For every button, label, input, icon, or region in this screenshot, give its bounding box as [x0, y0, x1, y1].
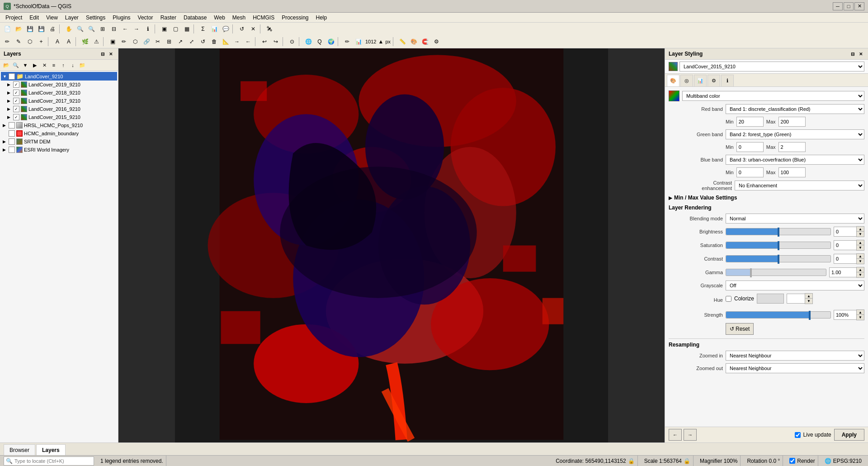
layer-collapse-btn[interactable]: ▶ — [30, 61, 39, 70]
edit-btn[interactable]: ✎ — [13, 36, 24, 47]
locate-search-box[interactable]: 🔍 — [4, 456, 94, 466]
identify-btn[interactable]: ℹ — [142, 24, 153, 34]
styling-tab-transparency[interactable]: ◎ — [680, 75, 693, 86]
contrast-slider[interactable] — [726, 255, 831, 262]
brightness-thumb[interactable] — [778, 228, 779, 237]
layers-panel-close[interactable]: ✕ — [107, 50, 114, 57]
draw-circle-btn[interactable]: ⊙ — [287, 36, 297, 47]
contrast-down-btn[interactable]: ▼ — [857, 259, 864, 264]
strength-thumb[interactable] — [809, 311, 811, 320]
green-max-input[interactable]: 2 — [778, 142, 806, 152]
layer-item-landcover-2018[interactable]: ▶ ✓ LandCover_2018_9210 — [1, 89, 117, 97]
reset-button[interactable]: ↺ Reset — [726, 323, 754, 335]
save-as-btn[interactable]: 💾 — [36, 24, 47, 34]
layer-up-btn[interactable]: ↑ — [59, 61, 68, 70]
layer-filter-btn[interactable]: 🔍 — [11, 61, 20, 70]
hue-color-box[interactable] — [757, 294, 784, 304]
apply-button[interactable]: Apply — [834, 429, 864, 441]
redo-styling-btn[interactable]: → — [684, 429, 697, 441]
layer-item-landcover-2015[interactable]: ▶ ✓ LandCover_2015_9210 — [1, 113, 117, 121]
red-min-input[interactable]: 20 — [736, 117, 764, 127]
qgis-btn[interactable]: Q — [314, 36, 325, 47]
label2-btn[interactable]: A — [63, 36, 74, 47]
layer-checkbox-srtm[interactable] — [9, 138, 15, 145]
undo-styling-btn[interactable]: ← — [669, 429, 682, 441]
measure-btn[interactable]: 📏 — [397, 36, 408, 47]
deselect-btn[interactable]: ▢ — [170, 24, 181, 34]
menu-raster[interactable]: Raster — [157, 14, 180, 22]
cancel-btn[interactable]: ✕ — [248, 24, 259, 34]
blue-band-dropdown[interactable]: Band 3: urban-coverfraction (Blue) — [726, 155, 864, 165]
annotation-btn[interactable]: 💬 — [220, 24, 231, 34]
live-update-checkbox[interactable] — [795, 432, 801, 438]
menu-settings[interactable]: Settings — [82, 14, 109, 22]
blending-mode-dropdown[interactable]: Normal — [726, 214, 864, 223]
brightness-down-btn[interactable]: ▼ — [857, 232, 864, 237]
add-feature-btn[interactable]: + — [36, 36, 47, 47]
contrast-thumb[interactable] — [778, 255, 779, 264]
menu-processing[interactable]: Processing — [278, 14, 312, 22]
layer-item-landcover-2019[interactable]: ▶ ✓ LandCover_2019_9210 — [1, 81, 117, 89]
zoom-extent-btn[interactable]: ⊟ — [108, 24, 119, 34]
red-max-input[interactable]: 200 — [778, 117, 806, 127]
plugin1-btn[interactable]: 🌿 — [80, 36, 90, 47]
plugin10-btn[interactable]: ⤢ — [186, 36, 197, 47]
menu-hcmgis[interactable]: HCMGIS — [249, 14, 278, 22]
styling-tab-rendering[interactable]: ⚙ — [708, 75, 720, 86]
hue-up-btn[interactable]: ▲ — [805, 294, 812, 299]
maximize-button[interactable]: □ — [844, 2, 854, 10]
styling-tab-histogram[interactable]: 📊 — [694, 75, 707, 86]
layer-remove-btn[interactable]: ✕ — [40, 61, 49, 70]
renderer-dropdown[interactable]: Multiband color — [682, 91, 864, 101]
snap-config-btn[interactable]: ⚙ — [431, 36, 442, 47]
layer-checkbox-2019[interactable]: ✓ — [13, 81, 19, 88]
contrast-up-btn[interactable]: ▲ — [857, 254, 864, 259]
saturation-up-btn[interactable]: ▲ — [857, 240, 864, 245]
green-min-input[interactable]: 0 — [736, 142, 764, 152]
layer-down-btn[interactable]: ↓ — [68, 61, 77, 70]
brightness-slider[interactable] — [726, 228, 831, 235]
snapping-btn[interactable]: 🧲 — [420, 36, 430, 47]
select-btn[interactable]: ▣ — [159, 24, 170, 34]
styling-panel-undock[interactable]: ⊟ — [849, 50, 856, 57]
layer-add-group-btn[interactable]: 📁 — [78, 61, 87, 70]
plugin2-btn[interactable]: ⚠ — [91, 36, 102, 47]
layer-item-hcmc-admin[interactable]: HCMC_admin_boundary — [1, 129, 117, 138]
menu-vector[interactable]: Vector — [134, 14, 157, 22]
redo-btn[interactable]: ↪ — [270, 36, 281, 47]
styling-panel-close[interactable]: ✕ — [857, 50, 864, 57]
node-btn[interactable]: ⬡ — [24, 36, 35, 47]
minmax-collapse-arrow[interactable]: ▶ — [669, 195, 672, 200]
table2-btn[interactable]: 📊 — [353, 36, 364, 47]
menu-database[interactable]: Database — [180, 14, 210, 22]
minimize-button[interactable]: ─ — [833, 2, 843, 10]
layer-item-landcover-2016[interactable]: ▶ ✓ LandCover_2016_9210 — [1, 105, 117, 113]
zoom-prev-btn[interactable]: ← — [120, 24, 131, 34]
strength-input[interactable] — [834, 310, 856, 320]
zoomed-in-dropdown[interactable]: Nearest Neighbour — [726, 351, 864, 361]
gamma-thumb[interactable] — [750, 268, 752, 277]
new-project-btn[interactable]: 📄 — [2, 24, 13, 34]
brightness-input[interactable] — [834, 227, 856, 237]
gamma-input[interactable] — [829, 267, 856, 277]
menu-web[interactable]: Web — [210, 14, 228, 22]
layer-checkbox-hcmc-admin[interactable] — [9, 130, 15, 137]
saturation-input[interactable] — [834, 240, 856, 250]
layer-checkbox-hrsl[interactable] — [9, 122, 15, 128]
layer-checkbox-2015[interactable]: ✓ — [13, 114, 19, 120]
browser-btn[interactable]: 🌍 — [326, 36, 336, 47]
gps-btn[interactable]: 🛰 — [264, 24, 275, 34]
plugin15-btn[interactable]: ← — [243, 36, 254, 47]
layers-panel-undock[interactable]: ⊟ — [99, 50, 106, 57]
plugin6-btn[interactable]: 🔗 — [141, 36, 152, 47]
grayscale-dropdown[interactable]: Off — [726, 281, 864, 290]
browser-tab[interactable]: Browser — [4, 444, 35, 455]
layer-open-btn[interactable]: 📂 — [2, 61, 11, 70]
gamma-down-btn[interactable]: ▼ — [857, 272, 864, 277]
render-checkbox[interactable] — [789, 458, 795, 464]
styling-tab-symbology[interactable]: 🎨 — [667, 75, 679, 86]
spin-up-btn[interactable]: ▲ — [377, 36, 384, 47]
blue-min-input[interactable]: 0 — [736, 167, 764, 177]
zoom-in-btn[interactable]: 🔍 — [75, 24, 85, 34]
stats-btn[interactable]: 📊 — [209, 24, 220, 34]
